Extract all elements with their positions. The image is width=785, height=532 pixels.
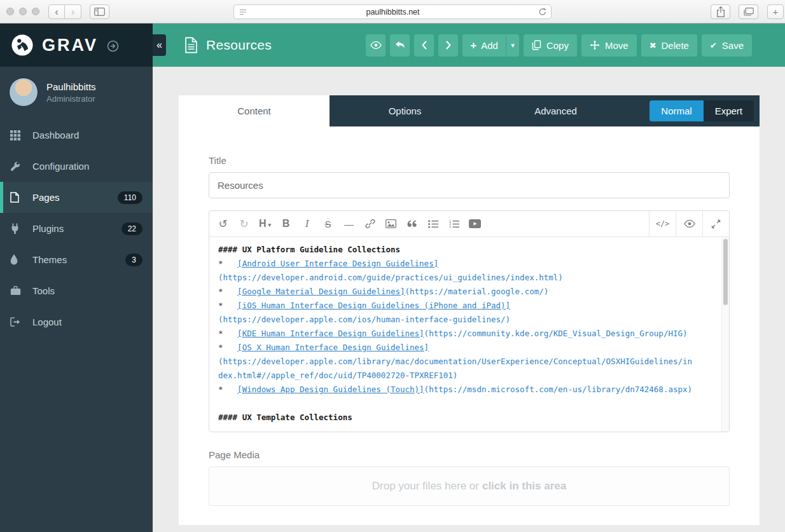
tab-options[interactable]: Options [330,95,480,126]
prev-page-button[interactable] [414,34,434,57]
tabs-icon [744,8,754,16]
browser-chrome: ‹ › paulhibbitts.net [0,0,785,24]
sidebar-item-label: Tools [32,285,55,296]
link-icon [365,219,375,229]
sidebar-item-tools[interactable]: Tools [0,275,153,306]
sidebar-item-themes[interactable]: Themes 3 [0,244,153,275]
mode-expert-button[interactable]: Expert [704,100,754,121]
source-code-button[interactable]: </> [649,211,676,236]
browser-forward-button[interactable]: › [65,4,81,19]
window-close-button[interactable] [6,8,14,15]
caret-down-icon: ▾ [511,41,515,50]
sidebar-panel-icon [94,8,105,16]
editor-content[interactable]: #### UX Platform Guideline Collections* … [209,237,729,425]
url-text: paulhibbitts.net [247,8,539,17]
redo-button[interactable]: ↻ [233,211,254,236]
brand-name: GRAV [42,36,98,55]
sidebar-item-configuration[interactable]: Configuration [0,151,153,182]
move-icon [590,40,600,50]
user-profile[interactable]: Paulhibbitts Administrator [0,67,153,116]
heading-label: H [259,218,267,229]
page-title-group: Resources [184,37,272,53]
media-dropzone[interactable]: Drop your files here or click in this ar… [209,467,730,506]
new-tab-button[interactable]: + [767,4,784,19]
add-button[interactable]: + Add [462,34,506,57]
window-zoom-button[interactable] [32,8,39,15]
move-button[interactable]: Move [581,34,637,57]
content-panel: Title ↺ ↻ H ▾ B I S — [179,126,760,525]
sidebar-item-label: Dashboard [32,130,79,140]
horizontal-rule-button[interactable]: — [338,211,359,236]
user-role: Administrator [46,94,96,104]
reader-mode-icon[interactable] [239,9,247,15]
scrollbar-thumb[interactable] [723,239,728,305]
toolbar-actions: + Add ▾ Copy Mo [366,34,752,57]
editor-content-wrap: #### UX Platform Guideline Collections* … [209,237,729,432]
chevron-left-icon [421,41,427,50]
editor-scrollbar[interactable] [721,237,729,432]
youtube-embed-button[interactable] [464,211,485,236]
editor-preview-button[interactable] [676,211,702,236]
next-page-button[interactable] [438,34,458,57]
copy-button[interactable]: Copy [524,34,577,57]
plug-icon [10,223,25,234]
svg-text:3: 3 [449,225,451,228]
share-button[interactable] [711,4,730,19]
blockquote-button[interactable] [401,211,422,236]
ordered-list-icon: 123 [449,220,459,228]
droplet-icon [10,254,25,265]
plugins-count-badge: 22 [122,222,142,235]
sidebar-nav: Dashboard Configuration Pages 110 Pl [0,119,153,338]
editor-tabs: Content Options Advanced Normal Expert [179,95,760,126]
window-minimize-button[interactable] [19,8,27,15]
strikethrough-button[interactable]: S [317,211,338,236]
revert-button[interactable] [390,34,410,57]
screen: ‹ › paulhibbitts.net [0,0,785,532]
save-button[interactable]: ✔ Save [702,34,752,57]
bullet-list-button[interactable] [422,211,443,236]
image-button[interactable] [380,211,401,236]
tab-advanced[interactable]: Advanced [480,95,631,126]
copy-icon [532,40,541,50]
heading-button[interactable]: H ▾ [254,211,275,236]
bold-button[interactable]: B [275,211,296,236]
sidebar-item-plugins[interactable]: Plugins 22 [0,213,153,244]
undo-arrow-icon [395,41,405,50]
address-bar[interactable]: paulhibbitts.net [233,4,552,19]
caret-down-icon: ▾ [268,222,272,228]
link-button[interactable] [359,211,380,236]
preview-button[interactable] [366,34,386,57]
page-title: Resources [206,38,272,53]
browser-back-button[interactable]: ‹ [48,4,65,19]
share-icon [716,6,725,17]
x-icon: ✖ [650,41,656,50]
reload-icon[interactable] [539,8,546,16]
markdown-editor: ↺ ↻ H ▾ B I S — [209,210,730,432]
file-icon [10,192,25,203]
undo-button[interactable]: ↺ [212,211,233,236]
browser-sidebar-button[interactable] [90,4,109,19]
themes-count-badge: 3 [125,254,142,266]
add-dropdown-button[interactable]: ▾ [506,34,519,57]
mode-normal-button[interactable]: Normal [650,100,703,121]
tab-content[interactable]: Content [179,95,330,126]
quick-tray-toggle-icon[interactable] [107,40,119,52]
expand-icon [711,219,721,229]
title-input[interactable] [209,172,730,198]
sidebar-item-dashboard[interactable]: Dashboard [0,119,153,151]
mode-toggle: Normal Expert [650,95,754,126]
move-button-label: Move [605,40,629,51]
check-icon: ✔ [710,41,717,50]
pages-count-badge: 110 [118,191,142,204]
show-tabs-button[interactable] [739,4,758,19]
editor-toolbar: ↺ ↻ H ▾ B I S — [209,211,729,237]
collapse-sidebar-button[interactable]: « [153,34,166,56]
admin-sidebar: GRAV Paulhibbitts Administrator Dashboar… [0,24,153,532]
ordered-list-button[interactable]: 123 [443,211,464,236]
add-split-button: + Add ▾ [462,34,519,57]
delete-button[interactable]: ✖ Delete [641,34,697,57]
italic-button[interactable]: I [296,211,317,236]
sidebar-item-logout[interactable]: Logout [0,306,153,338]
sidebar-item-pages[interactable]: Pages 110 [0,182,153,213]
fullscreen-button[interactable] [702,211,729,236]
